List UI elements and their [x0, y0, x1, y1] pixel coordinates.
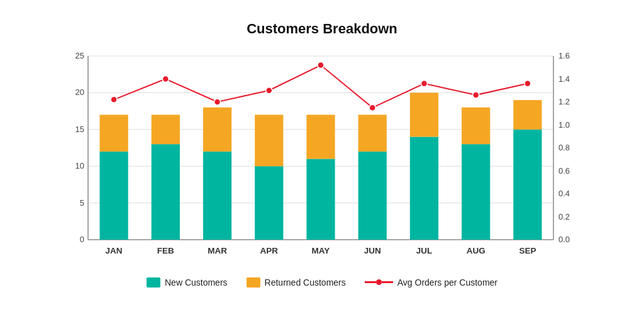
svg-point-56: [473, 92, 479, 98]
svg-text:JUN: JUN: [364, 246, 381, 255]
chart-area: 05101520250.00.20.40.60.81.01.21.41.6JAN…: [58, 43, 586, 270]
svg-point-50: [162, 75, 169, 82]
new-swatch: [147, 277, 160, 288]
svg-text:1.6: 1.6: [558, 51, 570, 60]
line-swatch: [365, 279, 393, 285]
svg-text:AUG: AUG: [467, 246, 486, 255]
svg-text:JUL: JUL: [416, 246, 433, 255]
svg-rect-34: [306, 159, 335, 239]
svg-text:JAN: JAN: [106, 246, 123, 255]
svg-rect-41: [410, 92, 438, 137]
svg-text:0.6: 0.6: [558, 165, 570, 175]
svg-text:MAY: MAY: [312, 246, 330, 255]
svg-text:10: 10: [75, 161, 84, 170]
svg-text:15: 15: [75, 124, 84, 133]
returned-swatch: [247, 277, 260, 288]
chart-container: Customers Breakdown 05101520250.00.20.40…: [20, 8, 624, 316]
svg-rect-37: [358, 151, 387, 239]
svg-rect-47: [513, 100, 541, 130]
svg-point-53: [318, 62, 324, 68]
legend-new: New Customers: [147, 277, 228, 288]
svg-point-57: [525, 80, 531, 86]
svg-text:1.4: 1.4: [558, 74, 570, 83]
svg-point-55: [421, 80, 427, 86]
main-chart-svg: 05101520250.00.20.40.60.81.01.21.41.6JAN…: [58, 43, 586, 270]
svg-rect-31: [255, 166, 283, 240]
svg-text:MAR: MAR: [208, 246, 227, 255]
svg-rect-40: [410, 137, 438, 240]
svg-text:0.0: 0.0: [558, 235, 570, 244]
legend: New Customers Returned Customers Avg Ord…: [58, 277, 586, 288]
svg-text:FEB: FEB: [157, 246, 174, 255]
svg-rect-43: [462, 144, 490, 240]
svg-rect-46: [513, 129, 541, 239]
svg-text:5: 5: [80, 198, 84, 207]
svg-text:0.2: 0.2: [558, 211, 570, 221]
svg-text:0: 0: [80, 235, 84, 244]
svg-text:SEP: SEP: [519, 246, 536, 255]
svg-rect-26: [152, 115, 180, 144]
svg-text:0.4: 0.4: [558, 189, 570, 198]
legend-returned-label: Returned Customers: [265, 277, 346, 288]
svg-text:1.2: 1.2: [558, 97, 570, 106]
svg-point-52: [266, 87, 272, 93]
legend-line-label: Avg Orders per Customer: [397, 277, 497, 288]
svg-rect-44: [462, 107, 490, 143]
svg-rect-35: [306, 115, 335, 159]
svg-rect-25: [152, 144, 180, 240]
svg-rect-28: [203, 151, 231, 239]
svg-rect-38: [358, 115, 387, 151]
svg-rect-22: [100, 151, 128, 239]
chart-title: Customers Breakdown: [58, 21, 586, 37]
svg-text:25: 25: [75, 51, 84, 60]
svg-point-54: [369, 104, 375, 111]
svg-rect-32: [255, 115, 283, 166]
svg-point-51: [214, 99, 221, 105]
legend-line: Avg Orders per Customer: [365, 277, 497, 288]
svg-rect-29: [203, 107, 231, 151]
legend-returned: Returned Customers: [247, 277, 346, 288]
svg-rect-23: [100, 115, 128, 151]
svg-text:0.8: 0.8: [558, 143, 570, 152]
svg-text:APR: APR: [260, 246, 279, 255]
svg-text:1.0: 1.0: [558, 120, 570, 129]
legend-new-label: New Customers: [165, 277, 228, 288]
svg-text:20: 20: [75, 87, 84, 97]
svg-point-49: [111, 96, 117, 103]
